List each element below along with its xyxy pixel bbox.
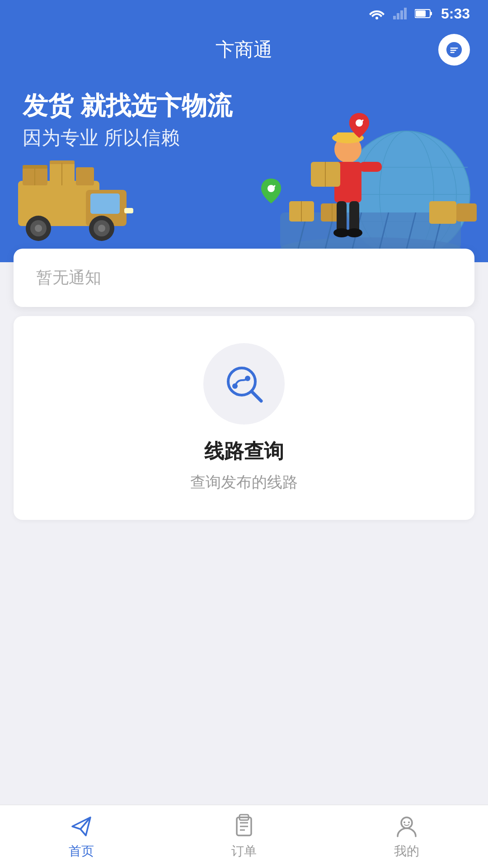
app-title: 卞商通 <box>216 37 272 62</box>
svg-point-27 <box>98 225 105 232</box>
status-bar: 5:33 <box>0 0 488 27</box>
feature-title: 线路查询 <box>204 438 284 465</box>
svg-rect-59 <box>349 201 359 233</box>
banner: 发货 就找选卞物流 因为专业 所以信赖 <box>0 72 488 262</box>
svg-rect-28 <box>124 208 133 213</box>
svg-rect-2 <box>397 13 399 19</box>
bottom-nav: 首页 订单 我的 <box>0 805 488 868</box>
globe-illustration <box>244 113 479 262</box>
svg-point-0 <box>375 17 378 19</box>
feature-icon-circle <box>203 343 285 425</box>
nav-orders-label: 订单 <box>231 843 257 860</box>
mine-nav-icon <box>394 814 419 839</box>
route-search-icon <box>221 361 267 406</box>
notification-text: 暂无通知 <box>36 268 101 287</box>
svg-point-24 <box>35 225 42 232</box>
nav-mine-label: 我的 <box>394 843 419 860</box>
svg-point-77 <box>408 821 410 823</box>
feature-description: 查询发布的线路 <box>190 472 298 493</box>
nav-item-home[interactable]: 首页 <box>36 814 127 860</box>
nav-item-mine[interactable]: 我的 <box>361 814 452 860</box>
message-button[interactable] <box>438 34 470 66</box>
app-header: 卞商通 <box>0 27 488 72</box>
svg-rect-6 <box>430 12 432 15</box>
feature-card[interactable]: 线路查询 查询发布的线路 <box>14 316 474 520</box>
svg-point-75 <box>401 817 412 828</box>
svg-rect-10 <box>450 50 456 51</box>
status-time: 5:33 <box>441 5 470 22</box>
wifi-icon <box>369 8 385 19</box>
svg-point-76 <box>404 821 405 823</box>
nav-home-label: 首页 <box>69 843 94 860</box>
main-content: 暂无通知 线路查询 查询发布的线路 <box>0 249 488 601</box>
svg-line-66 <box>252 392 261 401</box>
home-nav-icon <box>69 814 94 839</box>
orders-nav-icon <box>231 814 257 839</box>
svg-rect-46 <box>429 201 456 224</box>
svg-rect-1 <box>393 16 396 19</box>
svg-rect-7 <box>416 10 426 17</box>
battery-icon <box>415 9 433 19</box>
svg-rect-3 <box>400 10 403 19</box>
svg-rect-47 <box>456 203 477 222</box>
svg-rect-11 <box>450 52 455 53</box>
svg-rect-9 <box>450 47 458 48</box>
notification-bar: 暂无通知 <box>14 249 474 307</box>
nav-item-orders[interactable]: 订单 <box>199 814 289 860</box>
svg-rect-55 <box>359 162 382 172</box>
svg-rect-19 <box>76 167 94 185</box>
svg-rect-4 <box>404 8 407 19</box>
signal-icon <box>393 8 407 19</box>
svg-point-61 <box>346 228 362 237</box>
truck-illustration <box>14 154 140 253</box>
svg-rect-14 <box>90 193 120 214</box>
svg-rect-58 <box>337 201 347 233</box>
